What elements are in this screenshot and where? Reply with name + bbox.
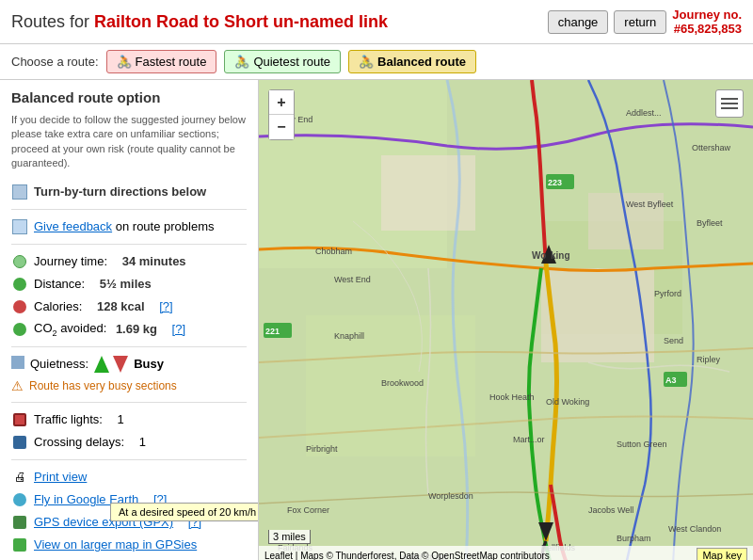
calories-label: Calories: xyxy=(34,299,82,313)
gps-help[interactable]: [?] xyxy=(188,515,201,529)
header: Routes for Railton Road to Short un-name… xyxy=(0,0,753,44)
quietness-value: Busy xyxy=(134,357,164,371)
svg-rect-44 xyxy=(721,107,738,109)
change-button[interactable]: change xyxy=(548,10,609,34)
warning-icon: ⚠ xyxy=(11,378,24,393)
map-scale: 3 miles xyxy=(268,530,311,544)
gps-icon xyxy=(11,514,28,531)
svg-text:Pyrford: Pyrford xyxy=(654,289,681,298)
svg-rect-4 xyxy=(381,155,475,231)
calories-value: 128 kcal xyxy=(97,299,145,313)
print-icon: 🖨 xyxy=(11,469,28,486)
crossing-label: Crossing delays: xyxy=(34,435,124,449)
fastest-label: Fastest route xyxy=(136,55,207,69)
map-svg: 221 223 A3 Valley End Addlest... Ottersh… xyxy=(259,80,753,560)
traffic-value: 1 xyxy=(118,412,124,426)
journey-time-value: 34 minutes xyxy=(122,254,186,268)
turn-by-turn-label: Turn-by-turn directions below xyxy=(34,184,206,199)
distance-item: Distance: 5½ miles xyxy=(11,273,247,296)
gps-item[interactable]: GPS device export (GPX) [?] xyxy=(11,511,247,534)
feedback-link[interactable]: Give feedback xyxy=(34,219,112,233)
svg-text:A3: A3 xyxy=(665,376,677,385)
svg-text:Ottershaw: Ottershaw xyxy=(692,143,731,152)
map-key-button[interactable]: Map key xyxy=(697,548,747,560)
feedback-suffix: on route problems xyxy=(116,219,215,233)
svg-text:Addlest...: Addlest... xyxy=(626,108,662,118)
routes-prefix: Routes for xyxy=(11,12,89,31)
arrow-up-icon xyxy=(94,356,109,373)
journey-time-label: Journey time: xyxy=(34,254,107,268)
time-icon xyxy=(11,253,28,270)
svg-text:Hook Heath: Hook Heath xyxy=(489,392,535,402)
journey-value: #65,825,853 xyxy=(672,22,742,36)
tab-balanced[interactable]: 🚴 Balanced route xyxy=(348,50,476,73)
svg-text:Chobham: Chobham xyxy=(315,247,352,256)
tab-quietest[interactable]: 🚴 Quietest route xyxy=(224,50,341,73)
quietness-arrows xyxy=(94,356,128,373)
earth-link[interactable]: Fly in Google Earth xyxy=(34,492,138,506)
main-content: Balanced route option If you decide to f… xyxy=(0,80,753,560)
calories-item: Calories: 128 kcal [?] xyxy=(11,296,247,318)
balanced-icon: 🚴 xyxy=(359,55,374,69)
quietest-label: Quietest route xyxy=(253,55,330,69)
traffic-label: Traffic lights: xyxy=(34,412,103,426)
svg-text:Send: Send xyxy=(664,336,683,345)
traffic-icon xyxy=(11,411,28,428)
quietness-icon xyxy=(11,356,24,372)
journey-label: Journey no. xyxy=(672,8,742,22)
attribution-text: Leaflet | Maps © Thunderforest, Data © O… xyxy=(264,551,550,561)
svg-text:Pirbright: Pirbright xyxy=(306,444,338,454)
co2-icon xyxy=(11,321,28,338)
earth-icon xyxy=(11,491,28,508)
journey-number: Journey no. #65,825,853 xyxy=(672,8,742,36)
svg-rect-42 xyxy=(721,98,738,100)
map-attribution: Leaflet | Maps © Thunderforest, Data © O… xyxy=(259,546,753,560)
gpsies-item[interactable]: View on larger map in GPSies xyxy=(11,534,247,556)
svg-text:Worplesdon: Worplesdon xyxy=(428,491,473,501)
return-button[interactable]: return xyxy=(614,10,666,34)
turn-by-turn-item: Turn-by-turn directions below xyxy=(11,181,247,203)
tab-bar: Choose a route: 🚴 Fastest route 🚴 Quiete… xyxy=(0,44,753,80)
svg-text:Knaphill: Knaphill xyxy=(334,331,364,341)
svg-text:West End: West End xyxy=(334,275,371,284)
calories-help[interactable]: [?] xyxy=(159,299,172,313)
svg-text:Ripley: Ripley xyxy=(697,355,721,364)
svg-text:Jacobs Well: Jacobs Well xyxy=(588,505,633,515)
svg-text:Wo: Wo xyxy=(532,250,546,261)
route-name: Railton Road to Short un-named link xyxy=(94,12,388,31)
zoom-out-button[interactable]: − xyxy=(269,115,294,139)
calories-icon xyxy=(11,298,28,315)
tab-fastest[interactable]: 🚴 Fastest route xyxy=(106,50,217,73)
svg-text:West Clandon: West Clandon xyxy=(668,524,721,534)
map-layers-button[interactable] xyxy=(715,89,744,118)
fastest-icon: 🚴 xyxy=(117,55,132,69)
svg-text:king: king xyxy=(551,250,570,261)
svg-rect-43 xyxy=(721,103,738,104)
co2-help[interactable]: [?] xyxy=(172,322,185,336)
co2-value: 1.69 kg xyxy=(116,322,157,336)
header-buttons: change return Journey no. #65,825,853 xyxy=(548,8,742,36)
svg-text:223: 223 xyxy=(548,178,562,187)
svg-text:Mart...or: Mart...or xyxy=(513,435,545,444)
distance-value: 5½ miles xyxy=(100,277,152,291)
gpsies-icon xyxy=(11,536,28,553)
zoom-in-button[interactable]: + xyxy=(269,90,294,115)
feedback-item: Give feedback on route problems xyxy=(11,216,247,238)
arrow-down-icon xyxy=(113,356,128,373)
svg-text:Brookwood: Brookwood xyxy=(381,378,424,388)
traffic-lights-item: Traffic lights: 1 xyxy=(11,408,247,431)
map-zoom-controls: + − xyxy=(268,89,295,140)
earth-item[interactable]: Fly in Google Earth [?] xyxy=(11,488,247,511)
print-link[interactable]: Print view xyxy=(34,470,87,484)
svg-text:Fox Corner: Fox Corner xyxy=(287,505,329,515)
gps-link[interactable]: GPS device export (GPX) xyxy=(34,515,173,529)
map-container[interactable]: 221 223 A3 Valley End Addlest... Ottersh… xyxy=(259,80,753,560)
svg-text:Burpham: Burpham xyxy=(617,534,651,543)
header-title: Routes for Railton Road to Short un-name… xyxy=(11,12,388,32)
feedback-icon xyxy=(11,218,28,235)
print-item[interactable]: 🖨 Print view xyxy=(11,466,247,488)
balanced-label: Balanced route xyxy=(377,55,466,69)
gpsies-link[interactable]: View on larger map in GPSies xyxy=(34,537,197,552)
earth-help[interactable]: [?] xyxy=(153,492,167,506)
page-wrapper: Routes for Railton Road to Short un-name… xyxy=(0,0,753,560)
